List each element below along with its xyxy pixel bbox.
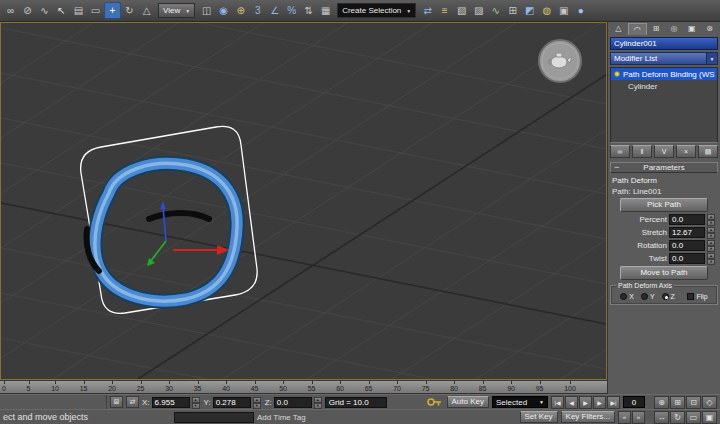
select-and-rotate-icon[interactable]: ↻ [121, 2, 138, 19]
timeline-tick-20[interactable]: 20 [108, 381, 116, 393]
stretch-field[interactable]: 12.67 [669, 227, 705, 238]
reference-coordinate-dropdown[interactable]: View ▼ [158, 3, 195, 18]
key-filters-button[interactable]: Key Filters... [561, 411, 615, 423]
timeline-tick-65[interactable]: 65 [365, 381, 373, 393]
tab-display[interactable]: ▣ [683, 23, 700, 35]
zoom-all-icon[interactable]: ⊞ [670, 396, 685, 409]
layer-manager-icon[interactable]: ▧ [453, 2, 470, 19]
schematic-view-icon[interactable]: ⊞ [504, 2, 521, 19]
tab-hierarchy[interactable]: ⊞ [648, 23, 665, 35]
next-frame-button[interactable]: ▶ [593, 396, 606, 409]
render-setup-icon[interactable]: ◍ [538, 2, 555, 19]
align-icon[interactable]: ≡ [436, 2, 453, 19]
modifier-enabled-icon[interactable] [614, 71, 620, 77]
edit-named-selection-icon[interactable]: ▦ [317, 2, 334, 19]
mirror-icon[interactable]: ⇄ [419, 2, 436, 19]
configure-modifier-sets-button[interactable]: ▤ [698, 145, 718, 158]
rotation-spinner[interactable]: ▲▼ [707, 240, 715, 251]
key-selection-dropdown[interactable]: Selected ▼ [492, 396, 548, 408]
y-coordinate-spinner[interactable]: ▲▼ [253, 397, 261, 408]
lock-selection-icon[interactable]: ⊠ [110, 396, 123, 408]
timeline-tick-0[interactable]: 0 [2, 381, 6, 393]
path-deform-axis-z-radio[interactable]: Z [662, 293, 675, 300]
spinner-down-icon[interactable]: ▼ [707, 259, 715, 265]
select-and-scale-icon[interactable]: △ [138, 2, 155, 19]
auto-key-button[interactable]: Auto Key [447, 396, 489, 408]
select-object-icon[interactable]: ↖ [53, 2, 70, 19]
window-crossing-icon[interactable]: ◫ [198, 2, 215, 19]
add-time-tag-label[interactable]: Add Time Tag [257, 413, 306, 422]
percent-snap-icon[interactable]: % [283, 2, 300, 19]
fov-icon[interactable]: ◇ [702, 396, 717, 409]
timeline-tick-40[interactable]: 40 [222, 381, 230, 393]
select-and-move-icon[interactable]: + [104, 2, 121, 19]
tab-modify[interactable]: ◠ [628, 23, 647, 35]
z-coordinate-spinner[interactable]: ▲▼ [314, 397, 322, 408]
previous-frame-button[interactable]: ◀ [565, 396, 578, 409]
timeline-tick-85[interactable]: 85 [479, 381, 487, 393]
curve-editor-icon[interactable]: ∿ [487, 2, 504, 19]
perspective-viewport[interactable] [0, 22, 607, 380]
spinner-down-icon[interactable]: ▼ [192, 403, 200, 409]
move-to-path-button[interactable]: Move to Path [620, 266, 708, 280]
set-keys-button[interactable] [426, 397, 444, 407]
stretch-spinner[interactable]: ▲▼ [707, 227, 715, 238]
z-coordinate-field[interactable]: 0.0 [274, 397, 312, 408]
spinner-down-icon[interactable]: ▼ [314, 403, 322, 409]
pin-stack-button[interactable]: ∞ [610, 145, 630, 158]
timeline-tick-70[interactable]: 70 [393, 381, 401, 393]
select-by-name-icon[interactable]: ▤ [70, 2, 87, 19]
rectangular-selection-icon[interactable]: ▭ [87, 2, 104, 19]
named-selection-set-dropdown[interactable]: Create Selection ▼ [337, 3, 416, 18]
timeline-tick-90[interactable]: 90 [507, 381, 515, 393]
use-pivot-point-icon[interactable]: ◉ [215, 2, 232, 19]
bind-to-space-warp-icon[interactable]: ∿ [36, 2, 53, 19]
timeline-tick-100[interactable]: 100 [564, 381, 576, 393]
timeline-tick-80[interactable]: 80 [450, 381, 458, 393]
unlink-selection-icon[interactable]: ⊘ [19, 2, 36, 19]
pan-icon[interactable]: ↔ [654, 411, 669, 424]
timeline-tick-30[interactable]: 30 [165, 381, 173, 393]
tab-create[interactable]: △ [610, 23, 627, 35]
timeline-tick-60[interactable]: 60 [336, 381, 344, 393]
play-animation-button[interactable]: ▶ [579, 396, 592, 409]
percent-field[interactable]: 0.0 [669, 214, 705, 225]
timeline-tick-55[interactable]: 55 [308, 381, 316, 393]
select-and-link-icon[interactable]: ∞ [2, 2, 19, 19]
path-deform-axis-y-radio[interactable]: Y [641, 293, 655, 300]
spinner-down-icon[interactable]: ▼ [707, 246, 715, 252]
remove-modifier-button[interactable]: × [676, 145, 696, 158]
spinner-down-icon[interactable]: ▼ [253, 403, 261, 409]
percent-spinner[interactable]: ▲▼ [707, 214, 715, 225]
timeline-tick-15[interactable]: 15 [80, 381, 88, 393]
spinner-down-icon[interactable]: ▼ [707, 220, 715, 226]
next-key-button[interactable]: » [632, 411, 645, 424]
rotation-field[interactable]: 0.0 [669, 240, 705, 251]
timeline-tick-45[interactable]: 45 [251, 381, 259, 393]
zoom-extents-icon[interactable]: ⊡ [686, 396, 701, 409]
flip-checkbox[interactable]: Flip [687, 293, 707, 300]
angle-snap-icon[interactable]: ∠ [266, 2, 283, 19]
object-name-field[interactable]: Cylinder001 [610, 37, 718, 50]
tab-motion[interactable]: ◎ [665, 23, 682, 35]
maximize-viewport-icon[interactable]: ▣ [702, 411, 717, 424]
rendered-frame-icon[interactable]: ▣ [555, 2, 572, 19]
make-unique-button[interactable]: V [654, 145, 674, 158]
zoom-icon[interactable]: ⊕ [654, 396, 669, 409]
current-frame-field[interactable]: 0 [623, 396, 645, 408]
go-to-end-button[interactable]: ▶| [607, 396, 620, 409]
absolute-offset-mode-icon[interactable]: ⇄ [126, 396, 139, 408]
zoom-region-icon[interactable]: ▭ [686, 411, 701, 424]
time-tag-field[interactable] [174, 412, 254, 423]
path-deform-axis-x-radio[interactable]: X [620, 293, 634, 300]
timeline-tick-35[interactable]: 35 [194, 381, 202, 393]
timeline-tick-5[interactable]: 5 [27, 381, 31, 393]
modifier-list-dropdown[interactable]: Modifier List ▼ [610, 52, 718, 65]
pick-path-button[interactable]: Pick Path [620, 198, 708, 212]
show-end-result-button[interactable]: ‖ [632, 145, 652, 158]
twist-field[interactable]: 0.0 [669, 253, 705, 264]
timeline-tick-25[interactable]: 25 [137, 381, 145, 393]
graphite-ribbon-icon[interactable]: ▨ [470, 2, 487, 19]
timeline-tick-50[interactable]: 50 [279, 381, 287, 393]
timeline-tick-95[interactable]: 95 [536, 381, 544, 393]
